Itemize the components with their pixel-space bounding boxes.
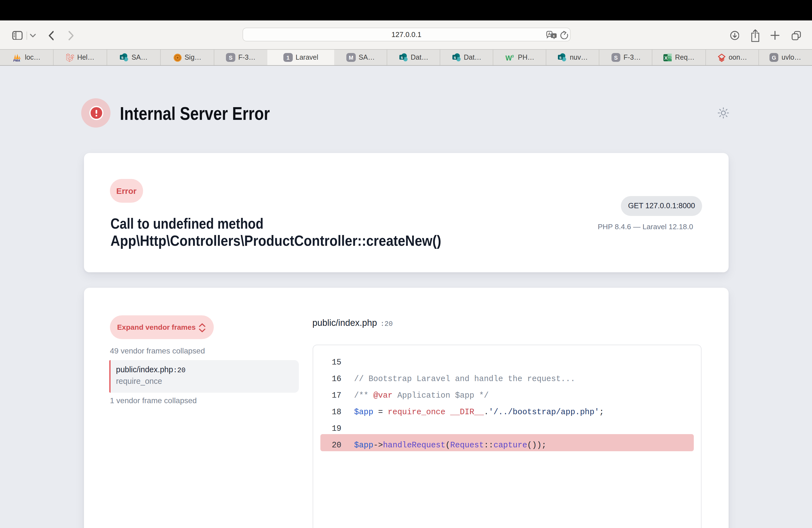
svg-text:s: s [401, 55, 403, 60]
svg-text:s: s [560, 55, 562, 60]
svg-text:s: s [121, 55, 124, 60]
svg-text:X: X [665, 55, 668, 60]
svg-text:W: W [505, 54, 512, 61]
svg-text:s: s [453, 55, 456, 60]
svg-text:PMA: PMA [14, 59, 20, 62]
svg-text:A: A [548, 31, 551, 36]
svg-text:3: 3 [512, 54, 514, 58]
svg-text:x: x [552, 34, 555, 38]
